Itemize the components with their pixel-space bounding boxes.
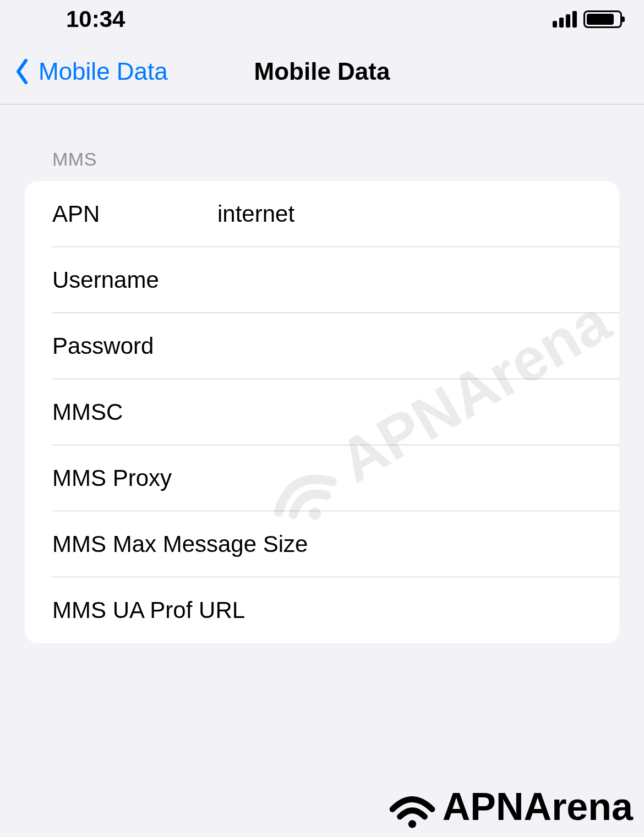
row-password[interactable]: Password bbox=[25, 313, 619, 379]
label-mms-ua-prof-url: MMS UA Prof URL bbox=[52, 597, 245, 623]
battery-icon bbox=[583, 10, 622, 28]
input-apn[interactable] bbox=[217, 201, 592, 227]
label-mms-max-size: MMS Max Message Size bbox=[52, 531, 308, 557]
input-password[interactable] bbox=[217, 333, 592, 359]
input-mms-ua-prof-url[interactable] bbox=[245, 597, 592, 623]
back-label: Mobile Data bbox=[39, 58, 168, 85]
status-bar: 10:34 bbox=[0, 0, 644, 39]
status-time: 10:34 bbox=[66, 6, 125, 32]
input-mms-proxy[interactable] bbox=[217, 465, 592, 491]
row-mms-max-size[interactable]: MMS Max Message Size bbox=[25, 511, 619, 577]
page-title: Mobile Data bbox=[254, 58, 390, 85]
back-button[interactable]: Mobile Data bbox=[0, 58, 168, 85]
row-username[interactable]: Username bbox=[25, 247, 619, 313]
svg-point-1 bbox=[408, 820, 416, 828]
label-apn: APN bbox=[52, 201, 217, 227]
navigation-bar: Mobile Data Mobile Data bbox=[0, 39, 644, 105]
input-mmsc[interactable] bbox=[217, 399, 592, 425]
label-username: Username bbox=[52, 267, 217, 293]
cellular-signal-icon bbox=[553, 11, 577, 28]
input-username[interactable] bbox=[217, 267, 592, 293]
row-apn[interactable]: APN bbox=[25, 181, 619, 247]
row-mmsc[interactable]: MMSC bbox=[25, 379, 619, 445]
input-mms-max-size[interactable] bbox=[308, 531, 598, 557]
content-area: MMS APN Username Password MMSC MMS Proxy… bbox=[0, 105, 644, 643]
label-password: Password bbox=[52, 333, 217, 359]
row-mms-ua-prof-url[interactable]: MMS UA Prof URL bbox=[25, 577, 619, 643]
row-mms-proxy[interactable]: MMS Proxy bbox=[25, 445, 619, 511]
label-mmsc: MMSC bbox=[52, 399, 217, 425]
wifi-icon bbox=[388, 782, 437, 831]
settings-group-mms: APN Username Password MMSC MMS Proxy MMS… bbox=[25, 181, 619, 643]
chevron-left-icon bbox=[11, 58, 33, 85]
status-indicators bbox=[553, 10, 622, 28]
label-mms-proxy: MMS Proxy bbox=[52, 465, 217, 491]
footer-logo: APNArena bbox=[388, 782, 633, 831]
section-header-mms: MMS bbox=[0, 149, 644, 170]
